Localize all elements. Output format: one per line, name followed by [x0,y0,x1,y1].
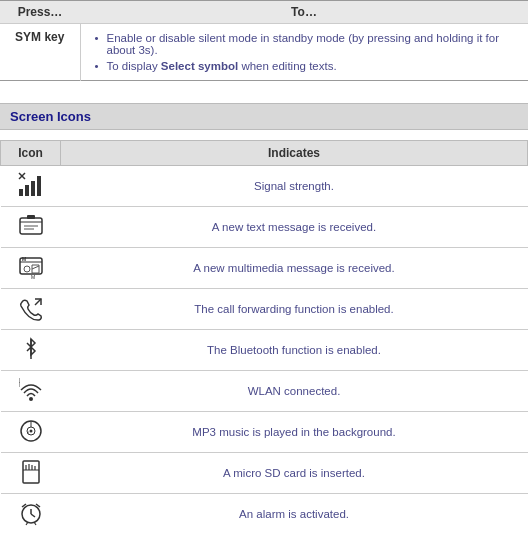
col-press-header: Press… [0,1,80,24]
table-row: The call forwarding function is enabled. [1,289,528,330]
icon-col-header: Icon [1,141,61,166]
icons-table: Icon Indicates Signal strength. A new te… [0,140,528,534]
sym-key-desc: Enable or disable silent mode in standby… [80,24,528,81]
svg-text:|: | [19,377,20,383]
sym-desc-1: Enable or disable silent mode in standby… [95,30,519,58]
svg-rect-28 [23,461,39,483]
col-to-header: To… [80,1,528,24]
table-row: | | WLAN connected. [1,371,528,412]
icon-bluetooth [1,330,61,371]
table-row: An alarm is activated. [1,494,528,535]
screen-icons-header: Screen Icons [0,103,528,130]
table-row: A micro SD card is inserted. [1,453,528,494]
svg-line-18 [35,299,41,305]
select-symbol-bold: Select symbol [161,60,238,72]
svg-point-20 [29,397,33,401]
icon-callforward [1,289,61,330]
spacer [0,81,528,91]
icon-desc-3: The call forwarding function is enabled. [61,289,528,330]
icon-alarm [1,494,61,535]
icon-desc-1: A new text message is received. [61,207,528,248]
icon-signal [1,166,61,207]
svg-rect-3 [37,176,41,196]
icon-desc-8: An alarm is activated. [61,494,528,535]
key-table: Press… To… SYM key Enable or disable sil… [0,0,528,81]
icon-desc-0: Signal strength. [61,166,528,207]
table-row: M M A new multimedia message is received… [1,248,528,289]
icon-desc-5: WLAN connected. [61,371,528,412]
table-row: The Bluetooth function is enabled. [1,330,528,371]
indicates-col-header: Indicates [61,141,528,166]
svg-rect-1 [25,185,29,196]
icon-desc-2: A new multimedia message is received. [61,248,528,289]
icon-sms [1,207,61,248]
table-row: ♪ MP3 music is played in the background. [1,412,528,453]
icon-mms: M M [1,248,61,289]
svg-text:M: M [22,256,26,262]
table-row: A new text message is received. [1,207,528,248]
svg-point-25 [29,430,32,433]
svg-rect-8 [27,215,35,219]
svg-text:M: M [31,274,35,280]
icon-desc-7: A micro SD card is inserted. [61,453,528,494]
svg-rect-0 [19,189,23,196]
svg-line-36 [31,514,35,517]
icon-mp3: ♪ [1,412,61,453]
icon-sdcard [1,453,61,494]
icon-desc-6: MP3 music is played in the background. [61,412,528,453]
svg-line-16 [32,266,39,269]
svg-point-14 [24,266,30,272]
svg-text:♪: ♪ [27,429,30,435]
sym-key-label: SYM key [0,24,80,81]
icon-desc-4: The Bluetooth function is enabled. [61,330,528,371]
svg-rect-2 [31,181,35,196]
sym-desc-2: To display Select symbol when editing te… [95,58,519,74]
icon-wlan: | | [1,371,61,412]
table-row: Signal strength. [1,166,528,207]
